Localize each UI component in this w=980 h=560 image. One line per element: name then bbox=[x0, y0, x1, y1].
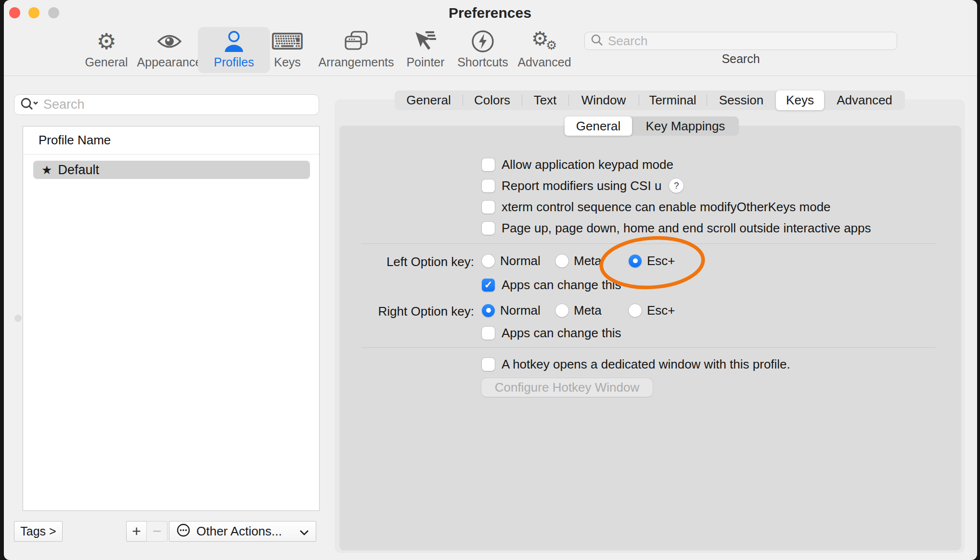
left-option-normal-radio[interactable]: Normal bbox=[482, 250, 541, 271]
tab-colors[interactable]: Colors bbox=[463, 90, 522, 110]
radio-label: Esc+ bbox=[647, 254, 675, 268]
toolbar-item-general[interactable]: ⚙ General bbox=[70, 27, 142, 73]
right-apps-can-change-row[interactable]: Apps can change this bbox=[482, 322, 621, 344]
toolbar-item-label: Pointer bbox=[406, 55, 444, 73]
toolbar-search-input[interactable] bbox=[608, 34, 877, 49]
search-menu-icon bbox=[19, 97, 39, 113]
checkbox[interactable] bbox=[482, 358, 495, 371]
right-option-key-label: Right Option key: bbox=[337, 304, 474, 319]
left-apps-can-change-row[interactable]: Apps can change this bbox=[482, 274, 621, 295]
checkbox-row-keypad-mode[interactable]: Allow application keypad mode bbox=[482, 154, 673, 175]
tab-advanced[interactable]: Advanced bbox=[824, 90, 905, 110]
radio[interactable] bbox=[482, 304, 495, 317]
subtab-key-mappings[interactable]: Key Mappings bbox=[632, 116, 739, 136]
toolbar-item-label: Keys bbox=[274, 55, 301, 73]
checkbox-label: Apps can change this bbox=[502, 326, 621, 341]
toolbar-item-appearance[interactable]: Appearance bbox=[133, 27, 206, 73]
radio-label: Meta bbox=[574, 254, 602, 268]
toolbar-item-label: Appearance bbox=[137, 55, 202, 73]
checkbox[interactable] bbox=[482, 279, 495, 292]
radio[interactable] bbox=[629, 255, 642, 267]
checkbox[interactable] bbox=[482, 327, 495, 340]
profile-tab-bar: General Colors Text Window Terminal Sess… bbox=[395, 90, 905, 110]
tab-session[interactable]: Session bbox=[707, 90, 776, 110]
keys-subtab-bar: General Key Mappings bbox=[565, 116, 739, 136]
radio-label: Normal bbox=[500, 303, 541, 318]
toolbar-item-advanced[interactable]: ⚙ ⚙ Advanced bbox=[508, 27, 580, 73]
sidebar-search-field[interactable] bbox=[14, 94, 319, 115]
profile-list-header: Profile Name bbox=[23, 127, 319, 154]
checkbox-row-modifyotherkeys[interactable]: xterm control sequence can enable modify… bbox=[482, 196, 831, 217]
toolbar-divider bbox=[4, 76, 977, 76]
lightning-icon bbox=[471, 27, 495, 55]
toolbar-item-arrangements[interactable]: Arrangements bbox=[313, 27, 400, 73]
titlebar[interactable]: Preferences bbox=[4, 0, 977, 25]
add-profile-button[interactable]: + bbox=[126, 521, 147, 542]
toolbar-item-label: Advanced bbox=[517, 55, 571, 73]
ellipsis-circle-icon bbox=[176, 523, 191, 540]
radio[interactable] bbox=[555, 255, 568, 267]
windows-icon bbox=[344, 27, 369, 55]
other-actions-label: Other Actions... bbox=[196, 524, 282, 539]
tags-button[interactable]: Tags > bbox=[14, 521, 63, 542]
cursor-icon bbox=[413, 27, 438, 55]
radio[interactable] bbox=[482, 255, 495, 267]
checkbox[interactable] bbox=[482, 201, 495, 214]
tab-keys[interactable]: Keys bbox=[776, 90, 824, 110]
radio-label: Esc+ bbox=[647, 303, 675, 318]
toolbar-item-label: Profiles bbox=[214, 55, 254, 73]
checkbox-label: Page up, page down, home and end scroll … bbox=[502, 221, 871, 236]
checkbox-row-page-scroll[interactable]: Page up, page down, home and end scroll … bbox=[482, 217, 871, 239]
remove-profile-button: − bbox=[146, 521, 168, 542]
gears-icon: ⚙ ⚙ bbox=[528, 27, 561, 55]
tab-general[interactable]: General bbox=[395, 90, 463, 110]
search-icon bbox=[591, 34, 603, 48]
window-title: Preferences bbox=[4, 5, 977, 21]
right-option-normal-radio[interactable]: Normal bbox=[482, 300, 541, 321]
gear-icon: ⚙ bbox=[96, 27, 116, 55]
left-option-meta-radio[interactable]: Meta bbox=[555, 250, 602, 271]
checkbox-label: xterm control sequence can enable modify… bbox=[502, 200, 831, 215]
divider bbox=[361, 347, 936, 348]
eye-icon bbox=[157, 27, 182, 55]
sidebar-search-input[interactable] bbox=[43, 97, 303, 112]
subtab-general[interactable]: General bbox=[565, 116, 632, 136]
checkbox-label: A hotkey opens a dedicated window with t… bbox=[502, 357, 790, 372]
tab-window[interactable]: Window bbox=[568, 90, 639, 110]
chevron-down-icon bbox=[299, 524, 309, 538]
checkbox[interactable] bbox=[482, 222, 495, 235]
toolbar-search-label: Search bbox=[584, 52, 897, 66]
checkbox[interactable] bbox=[482, 158, 495, 171]
help-button[interactable]: ? bbox=[669, 178, 683, 193]
left-option-key-label: Left Option key: bbox=[337, 255, 474, 269]
tab-text[interactable]: Text bbox=[522, 90, 568, 110]
profile-name: Default bbox=[58, 163, 99, 178]
right-option-esc-radio[interactable]: Esc+ bbox=[629, 300, 675, 321]
radio[interactable] bbox=[555, 304, 568, 317]
profile-list[interactable]: Profile Name Default bbox=[23, 126, 320, 511]
toolbar-item-label: Shortcuts bbox=[457, 55, 508, 73]
radio-label: Normal bbox=[500, 254, 541, 268]
other-actions-button[interactable]: Other Actions... bbox=[169, 521, 316, 542]
radio-label: Meta bbox=[574, 303, 602, 318]
preferences-window: Preferences ⚙ General Appearance Profile… bbox=[4, 0, 977, 560]
checkbox-label: Apps can change this bbox=[502, 278, 621, 293]
profile-row-default[interactable]: Default bbox=[33, 161, 310, 179]
tab-terminal[interactable]: Terminal bbox=[639, 90, 707, 110]
checkbox-label: Report modifiers using CSI u bbox=[502, 178, 661, 193]
right-option-meta-radio[interactable]: Meta bbox=[555, 300, 602, 321]
person-icon bbox=[222, 27, 245, 55]
divider bbox=[361, 243, 936, 244]
checkbox-label: Allow application keypad mode bbox=[502, 157, 673, 172]
configure-hotkey-window-button: Configure Hotkey Window bbox=[481, 378, 653, 397]
hotkey-checkbox-row[interactable]: A hotkey opens a dedicated window with t… bbox=[482, 354, 790, 375]
radio[interactable] bbox=[629, 304, 642, 317]
toolbar-item-label: General bbox=[85, 55, 128, 73]
splitter-handle[interactable] bbox=[14, 315, 22, 322]
checkbox-row-csi-u[interactable]: Report modifiers using CSI u ? bbox=[482, 175, 683, 196]
keyboard-icon: ⌨ bbox=[271, 27, 304, 55]
toolbar-search-field[interactable] bbox=[584, 32, 897, 50]
star-icon bbox=[41, 163, 52, 178]
left-option-esc-radio[interactable]: Esc+ bbox=[629, 250, 675, 271]
checkbox[interactable] bbox=[482, 179, 495, 192]
